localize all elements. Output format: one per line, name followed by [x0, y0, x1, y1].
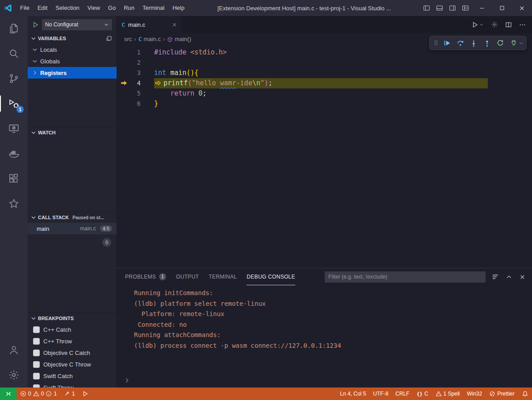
- breakpoint-checkbox[interactable]: [33, 384, 40, 388]
- breakpoint-label: Swift Catch: [43, 373, 73, 379]
- variables-item-label: Locals: [40, 46, 57, 53]
- variables-item-locals[interactable]: Locals: [28, 44, 117, 55]
- chevron-right-icon: ›: [134, 36, 136, 42]
- code-token: ;: [268, 79, 272, 87]
- close-tab-icon[interactable]: [172, 22, 177, 28]
- line-number-gutter[interactable]: 2: [117, 58, 141, 68]
- toggle-sidebar-icon[interactable]: [420, 0, 433, 16]
- more-actions-icon[interactable]: [519, 21, 526, 28]
- activity-settings[interactable]: [0, 362, 28, 388]
- step-into-button[interactable]: [467, 37, 480, 49]
- launch-configuration-dropdown[interactable]: No Configurat: [42, 19, 112, 30]
- breakpoint-row-objective-c-throw[interactable]: Objective C Throw: [28, 358, 117, 370]
- line-number-gutter[interactable]: 5: [117, 88, 141, 99]
- console-input-prompt[interactable]: [123, 377, 532, 384]
- breadcrumb-file[interactable]: Cmain.c: [138, 36, 161, 42]
- tab-main-c[interactable]: C main.c: [117, 16, 182, 33]
- breakpoint-row-swift-catch[interactable]: Swift Catch: [28, 370, 117, 382]
- step-over-button[interactable]: [453, 37, 467, 49]
- line-number-gutter[interactable]: 6: [117, 99, 141, 109]
- step-over-icon: [457, 39, 464, 47]
- breakpoint-row-objective-c-catch[interactable]: Objective C Catch: [28, 347, 117, 358]
- breadcrumb-folder[interactable]: src: [124, 36, 132, 42]
- panel-tab-debug-console[interactable]: DEBUG CONSOLE: [247, 268, 295, 285]
- activity-run-and-debug[interactable]: 1: [0, 91, 28, 116]
- panel-tab-terminal[interactable]: TERMINAL: [209, 268, 237, 285]
- problems-status[interactable]: 0 0 1: [17, 388, 60, 400]
- variables-item-registers[interactable]: Registers: [28, 67, 117, 79]
- activity-extensions[interactable]: [0, 166, 28, 191]
- line-number-gutter[interactable]: 4: [117, 78, 141, 88]
- watch-header[interactable]: WATCH: [28, 127, 117, 138]
- breakpoint-row-swift-throw[interactable]: Swift Throw: [28, 382, 117, 388]
- debug-launch-status[interactable]: [79, 388, 92, 400]
- debug-session-dropdown[interactable]: [518, 37, 524, 49]
- menu-file[interactable]: File: [16, 0, 34, 16]
- menu-go[interactable]: Go: [104, 0, 120, 16]
- continue-button[interactable]: [440, 37, 453, 49]
- toolbar-drag-handle[interactable]: [432, 37, 440, 49]
- menu-selection[interactable]: Selection: [51, 0, 83, 16]
- start-debugging-button[interactable]: [32, 21, 39, 28]
- customize-layout-icon[interactable]: [459, 0, 472, 16]
- breakpoint-checkbox[interactable]: [33, 338, 40, 345]
- breakpoint-row-c-throw[interactable]: C++ Throw: [28, 335, 117, 347]
- activity-explorer[interactable]: [0, 16, 28, 41]
- activity-accounts[interactable]: [0, 338, 28, 362]
- menu-view[interactable]: View: [84, 0, 104, 16]
- restart-icon: [497, 39, 504, 46]
- activity-search[interactable]: [0, 41, 28, 66]
- remote-indicator[interactable]: [0, 388, 17, 400]
- stack-frame-row[interactable]: main main.c 4:5: [28, 223, 117, 234]
- menu-help[interactable]: Help: [168, 0, 189, 16]
- toggle-panel-icon[interactable]: [433, 0, 446, 16]
- notifications-bell[interactable]: [518, 388, 532, 400]
- code-editor[interactable]: 1#include <stdio.h>23int main(){4printf(…: [117, 45, 532, 268]
- split-editor-icon[interactable]: [505, 21, 512, 28]
- line-number-gutter[interactable]: 1: [117, 47, 141, 58]
- maximize-panel-icon[interactable]: [506, 274, 512, 280]
- remote-explorer-icon: [8, 123, 20, 134]
- close-button[interactable]: [512, 0, 532, 16]
- formatter-status[interactable]: Prettier: [486, 388, 518, 400]
- breakpoint-checkbox[interactable]: [33, 373, 40, 379]
- toggle-secondary-sidebar-icon[interactable]: [446, 0, 459, 16]
- menu-run[interactable]: Run: [120, 0, 138, 16]
- activity-docker[interactable]: [0, 141, 28, 166]
- panel-tab-output[interactable]: OUTPUT: [176, 268, 199, 285]
- activity-source-control[interactable]: [0, 66, 28, 91]
- spell-checker-status[interactable]: 1 Spell: [432, 388, 464, 400]
- activity-remote-explorer[interactable]: [0, 116, 28, 141]
- language-mode[interactable]: {}C: [413, 388, 432, 400]
- encoding-indicator[interactable]: UTF-8: [369, 388, 392, 400]
- panel-tab-problems[interactable]: PROBLEMS1: [125, 268, 166, 285]
- collapse-all-icon[interactable]: [106, 35, 112, 42]
- activity-favorites[interactable]: [0, 191, 28, 216]
- console-filter-input[interactable]: [325, 271, 486, 283]
- breadcrumb-symbol[interactable]: main(): [167, 35, 191, 42]
- tools-status[interactable]: 1: [60, 388, 79, 400]
- line-number-gutter[interactable]: 3: [117, 68, 141, 78]
- menu-terminal[interactable]: Terminal: [138, 0, 168, 16]
- call-stack-header[interactable]: CALL STACK Paused on st...: [28, 212, 117, 223]
- variables-item-globals[interactable]: Globals: [28, 55, 117, 67]
- close-panel-icon[interactable]: [519, 274, 526, 280]
- maximize-button[interactable]: [492, 0, 512, 16]
- breakpoints-header[interactable]: BREAKPOINTS: [28, 313, 117, 324]
- minimize-button[interactable]: [472, 0, 492, 16]
- variables-header[interactable]: VARIABLES: [28, 33, 117, 44]
- platform-indicator[interactable]: Win32: [463, 388, 486, 400]
- run-file-button[interactable]: [472, 21, 484, 28]
- step-out-button[interactable]: [480, 37, 494, 49]
- breakpoint-checkbox[interactable]: [33, 326, 40, 333]
- console-options-icon[interactable]: [492, 273, 499, 280]
- breakpoint-row-c-catch[interactable]: C++ Catch: [28, 324, 117, 335]
- restart-button[interactable]: [494, 37, 507, 49]
- debug-console-output[interactable]: Running initCommands:(lldb) platform sel…: [117, 285, 532, 388]
- cursor-position[interactable]: Ln 4, Col 5: [336, 388, 369, 400]
- eol-indicator[interactable]: CRLF: [392, 388, 413, 400]
- open-settings-icon[interactable]: [491, 21, 498, 28]
- breakpoint-checkbox[interactable]: [33, 361, 40, 368]
- breakpoint-checkbox[interactable]: [33, 350, 40, 356]
- menu-edit[interactable]: Edit: [34, 0, 51, 16]
